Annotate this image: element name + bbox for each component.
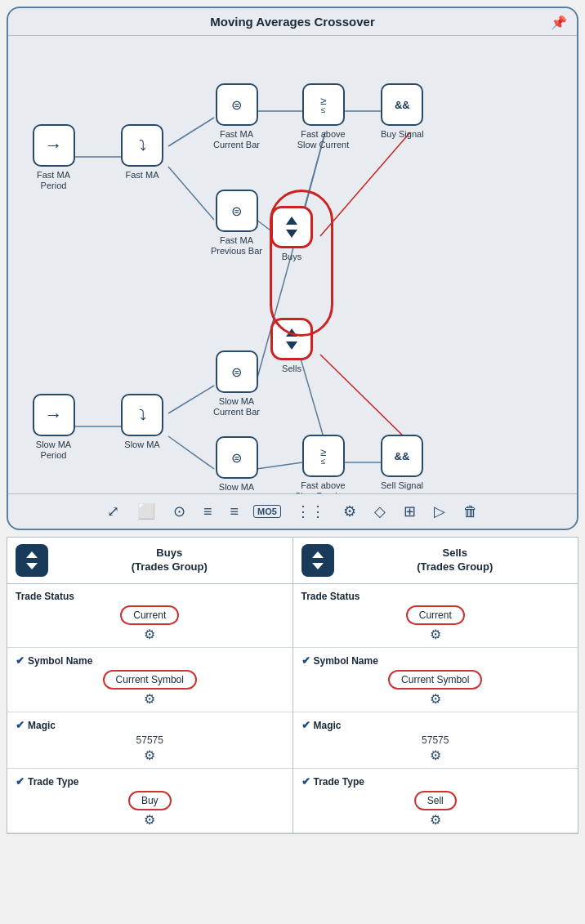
svg-marker-23 bbox=[312, 563, 324, 569]
node-label-slow-ma-period: Slow MA Period bbox=[23, 440, 84, 461]
sells-magic-check-icon: ✔ bbox=[301, 719, 310, 731]
toolbar-settings-icon[interactable]: ⚙ bbox=[340, 501, 359, 522]
node-label-sell-signal: Sell Signal bbox=[381, 480, 423, 491]
buys-magic-check-icon: ✔ bbox=[16, 719, 25, 731]
toolbar-play-icon[interactable]: ▷ bbox=[431, 501, 449, 522]
toolbar-layout-icon[interactable]: ⊞ bbox=[400, 501, 419, 522]
node-label-buys: Buys bbox=[282, 252, 301, 262]
node-sell-signal[interactable]: && Sell Signal bbox=[381, 435, 423, 491]
node-icon-slow-ma-period: → bbox=[33, 394, 75, 436]
sells-panel-title: Sells (Trades Group) bbox=[341, 547, 570, 574]
node-fast-ma-period[interactable]: → Fast MA Period bbox=[23, 124, 84, 191]
svg-marker-17 bbox=[286, 230, 297, 238]
buys-trade-type-settings-icon[interactable]: ⚙ bbox=[144, 812, 155, 828]
sells-trade-type-check-icon: ✔ bbox=[301, 775, 310, 788]
sells-trade-status-label: Trade Status bbox=[301, 591, 570, 602]
svg-marker-21 bbox=[26, 563, 38, 569]
node-icon-fast-above-slow-current: ≥≤ bbox=[302, 83, 345, 126]
sells-magic-value: 57575 bbox=[422, 734, 449, 746]
node-label-buy-signal: Buy Signal bbox=[381, 129, 424, 140]
toolbar-export-icon[interactable]: ⬜ bbox=[134, 501, 159, 522]
node-label-fast-ma: Fast MA bbox=[126, 170, 159, 181]
buys-trade-status-badge[interactable]: Current bbox=[120, 605, 179, 625]
node-fast-ma-current[interactable]: ⊜ Fast MA Current Bar bbox=[206, 83, 267, 150]
node-icon-fast-ma-period: → bbox=[33, 124, 75, 167]
sells-symbol-name-label: ✔ Symbol Name bbox=[301, 654, 570, 667]
sells-magic-field: ✔ Magic 57575 ⚙ bbox=[293, 712, 578, 769]
toolbar-copy-icon[interactable]: ⊙ bbox=[170, 501, 189, 522]
node-icon-buy-signal: && bbox=[381, 83, 423, 126]
buys-trade-type-badge[interactable]: Buy bbox=[128, 791, 172, 810]
buys-magic-label: ✔ Magic bbox=[16, 719, 284, 731]
svg-marker-16 bbox=[286, 216, 297, 225]
sells-symbol-name-badge[interactable]: Current Symbol bbox=[388, 670, 482, 690]
diagram-title: Moving Averages Crossover 📌 bbox=[8, 8, 577, 36]
sells-symbol-name-value-container: Current Symbol ⚙ bbox=[301, 670, 570, 707]
sells-trade-type-settings-icon[interactable]: ⚙ bbox=[430, 812, 441, 828]
toolbar-resize-icon[interactable]: ⤢ bbox=[104, 501, 123, 522]
sells-trade-type-value-container: Sell ⚙ bbox=[301, 791, 570, 828]
svg-marker-18 bbox=[286, 328, 297, 337]
sells-trade-status-settings-icon[interactable]: ⚙ bbox=[430, 627, 441, 642]
node-icon-fast-ma: ⤵ bbox=[121, 124, 163, 167]
buys-magic-settings-icon[interactable]: ⚙ bbox=[144, 748, 155, 763]
node-sells[interactable]: Sells bbox=[270, 318, 313, 374]
buys-panel-header: Buys (Trades Group) bbox=[7, 538, 292, 584]
buys-trade-status-field: Trade Status Current ⚙ bbox=[7, 584, 292, 648]
toolbar-delete-icon[interactable]: 🗑 bbox=[460, 502, 481, 522]
node-fast-above-slow-current[interactable]: ≥≤ Fast above Slow Current bbox=[292, 83, 354, 150]
sells-trade-status-field: Trade Status Current ⚙ bbox=[293, 584, 578, 648]
node-label-fast-above-slow-previous: Fast above Slow Previous bbox=[292, 480, 354, 493]
buys-trade-type-value-container: Buy ⚙ bbox=[16, 791, 284, 828]
toolbar-diamond-icon[interactable]: ◇ bbox=[371, 501, 389, 522]
toolbar-mo5-icon[interactable]: MO5 bbox=[253, 505, 281, 518]
sells-magic-label: ✔ Magic bbox=[301, 719, 570, 731]
node-label-fast-ma-current: Fast MA Current Bar bbox=[206, 129, 267, 150]
buys-symbol-name-value-container: Current Symbol ⚙ bbox=[16, 670, 284, 707]
node-slow-ma-current[interactable]: ⊜ Slow MA Current Bar bbox=[206, 350, 267, 417]
buys-panel: Buys (Trades Group) Trade Status Current… bbox=[7, 537, 293, 834]
node-icon-fast-ma-current: ⊜ bbox=[216, 83, 258, 126]
buys-symbol-name-badge[interactable]: Current Symbol bbox=[103, 670, 197, 690]
toolbar-grid-icon[interactable]: ⋮⋮ bbox=[292, 501, 328, 522]
buys-panel-title: Buys (Trades Group) bbox=[55, 547, 284, 574]
buys-panel-icon bbox=[16, 544, 48, 577]
sells-magic-settings-icon[interactable]: ⚙ bbox=[430, 748, 441, 763]
buys-trade-status-settings-icon[interactable]: ⚙ bbox=[144, 627, 155, 642]
sells-panel-header: Sells (Trades Group) bbox=[293, 538, 578, 584]
node-fast-above-slow-previous[interactable]: ≥≤ Fast above Slow Previous bbox=[292, 435, 354, 493]
node-icon-fast-above-slow-previous: ≥≤ bbox=[302, 435, 345, 477]
buys-symbol-settings-icon[interactable]: ⚙ bbox=[144, 691, 155, 707]
svg-marker-20 bbox=[26, 551, 38, 558]
sells-trade-type-badge[interactable]: Sell bbox=[414, 791, 457, 810]
node-icon-slow-ma-previous: ⊜ bbox=[216, 436, 258, 479]
node-label-fast-above-slow-current: Fast above Slow Current bbox=[292, 129, 354, 150]
node-label-fast-ma-previous: Fast MA Previous Bar bbox=[206, 235, 267, 257]
svg-marker-19 bbox=[286, 341, 297, 350]
node-buys[interactable]: Buys bbox=[270, 206, 313, 262]
buys-symbol-name-label: ✔ Symbol Name bbox=[16, 654, 284, 667]
sells-trade-status-badge[interactable]: Current bbox=[406, 605, 465, 625]
pin-icon[interactable]: 📌 bbox=[551, 15, 567, 30]
node-slow-ma-period[interactable]: → Slow MA Period bbox=[23, 394, 84, 461]
diagram-panel: Moving Averages Crossover 📌 bbox=[7, 7, 578, 530]
buys-trade-status-value-container: Current ⚙ bbox=[16, 605, 284, 642]
sells-symbol-settings-icon[interactable]: ⚙ bbox=[430, 691, 441, 707]
toolbar-align-icon[interactable]: ≡ bbox=[200, 502, 216, 522]
node-fast-ma-previous[interactable]: ⊜ Fast MA Previous Bar bbox=[206, 190, 267, 257]
buys-magic-value: 57575 bbox=[136, 734, 163, 746]
sells-trade-type-field: ✔ Trade Type Sell ⚙ bbox=[293, 769, 578, 833]
diagram-canvas: → Fast MA Period ⤵ Fast MA ⊜ Fast MA Cur… bbox=[8, 36, 577, 493]
node-slow-ma[interactable]: ⤵ Slow MA bbox=[121, 394, 163, 450]
sells-panel: Sells (Trades Group) Trade Status Curren… bbox=[293, 537, 579, 834]
sells-trade-type-label: ✔ Trade Type bbox=[301, 775, 570, 788]
node-buy-signal[interactable]: && Buy Signal bbox=[381, 83, 424, 140]
sells-magic-value-container: 57575 ⚙ bbox=[301, 734, 570, 763]
sells-trade-status-value-container: Current ⚙ bbox=[301, 605, 570, 642]
svg-line-15 bbox=[320, 355, 410, 443]
node-label-sells: Sells bbox=[282, 364, 301, 374]
node-fast-ma[interactable]: ⤵ Fast MA bbox=[121, 124, 163, 181]
node-slow-ma-previous[interactable]: ⊜ Slow MA Previous Bar bbox=[206, 436, 267, 493]
toolbar-distribute-icon[interactable]: ≡ bbox=[227, 502, 243, 522]
node-label-slow-ma-previous: Slow MA Previous Bar bbox=[206, 482, 267, 493]
